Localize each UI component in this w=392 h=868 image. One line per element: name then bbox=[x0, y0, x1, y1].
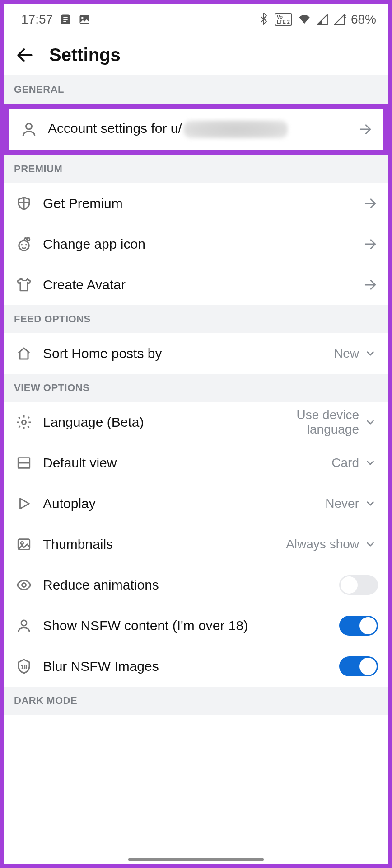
highlighted-account-row: Account settings for u/ bbox=[4, 104, 388, 155]
image-icon bbox=[14, 534, 34, 554]
sort-home-value: New bbox=[334, 346, 359, 361]
autoplay-label: Autoplay bbox=[43, 496, 325, 511]
reduce-animations-toggle[interactable] bbox=[339, 575, 378, 595]
tshirt-icon bbox=[14, 275, 34, 295]
shield-icon bbox=[14, 193, 34, 213]
svg-point-6 bbox=[21, 244, 23, 246]
account-settings-label: Account settings for u/ bbox=[48, 120, 358, 138]
chevron-down-icon bbox=[363, 455, 378, 471]
thumbnails-row[interactable]: Thumbnails Always show bbox=[4, 524, 388, 565]
section-header-premium: PREMIUM bbox=[4, 155, 388, 183]
home-indicator[interactable] bbox=[128, 858, 264, 861]
svg-point-4 bbox=[19, 241, 29, 250]
svg-point-7 bbox=[25, 244, 27, 246]
autoplay-row[interactable]: Autoplay Never bbox=[4, 483, 388, 524]
reduce-animations-row[interactable]: Reduce animations bbox=[4, 565, 388, 605]
person-icon bbox=[19, 119, 39, 139]
blur-nsfw-row[interactable]: 18 Blur NSFW Images bbox=[4, 646, 388, 687]
reduce-animations-label: Reduce animations bbox=[43, 577, 339, 593]
nsfw-row[interactable]: Show NSFW content (I'm over 18) bbox=[4, 605, 388, 646]
bluetooth-icon bbox=[258, 13, 269, 26]
svg-point-8 bbox=[22, 420, 26, 425]
account-settings-row[interactable]: Account settings for u/ bbox=[9, 108, 383, 150]
language-value: Use device language bbox=[251, 408, 359, 437]
arrow-right-icon bbox=[358, 122, 373, 137]
reddit-icon bbox=[14, 234, 34, 254]
gear-icon bbox=[14, 412, 34, 432]
get-premium-label: Get Premium bbox=[43, 196, 363, 211]
app-notification-icon bbox=[59, 13, 72, 26]
signal-2-icon: x bbox=[334, 14, 345, 25]
create-avatar-label: Create Avatar bbox=[43, 277, 363, 292]
language-label: Language (Beta) bbox=[43, 415, 251, 430]
svg-point-14 bbox=[21, 620, 27, 626]
volte-icon: VoLTE 2 bbox=[275, 13, 292, 26]
image-notification-icon bbox=[78, 13, 91, 26]
language-row[interactable]: Language (Beta) Use device language bbox=[4, 402, 388, 443]
svg-point-2 bbox=[81, 17, 84, 19]
svg-point-13 bbox=[22, 583, 26, 587]
play-icon bbox=[14, 494, 34, 514]
get-premium-row[interactable]: Get Premium bbox=[4, 183, 388, 224]
arrow-right-icon bbox=[363, 196, 378, 211]
default-view-value: Card bbox=[331, 456, 359, 470]
change-app-icon-row[interactable]: Change app icon bbox=[4, 224, 388, 264]
person-icon bbox=[14, 616, 34, 636]
default-view-row[interactable]: Default view Card bbox=[4, 443, 388, 483]
autoplay-value: Never bbox=[325, 496, 359, 511]
change-app-icon-label: Change app icon bbox=[43, 236, 363, 252]
home-icon bbox=[14, 344, 34, 363]
svg-text:18: 18 bbox=[20, 664, 28, 670]
chevron-down-icon bbox=[363, 415, 378, 430]
app-bar: Settings bbox=[4, 35, 388, 75]
arrow-right-icon bbox=[363, 236, 378, 252]
wifi-icon bbox=[298, 13, 311, 26]
status-bar: 17:57 VoLTE 2 x 68% bbox=[4, 4, 388, 35]
section-header-dark: DARK MODE bbox=[4, 687, 388, 715]
account-settings-prefix: Account settings for u/ bbox=[48, 121, 182, 136]
back-button[interactable] bbox=[13, 43, 37, 67]
nsfw-label: Show NSFW content (I'm over 18) bbox=[43, 618, 339, 633]
eye-icon bbox=[14, 575, 34, 595]
blur-nsfw-toggle[interactable] bbox=[339, 656, 378, 676]
thumbnails-value: Always show bbox=[286, 537, 359, 552]
eighteen-icon: 18 bbox=[14, 656, 34, 676]
clock-text: 17:57 bbox=[21, 12, 53, 27]
arrow-right-icon bbox=[363, 277, 378, 292]
blur-nsfw-label: Blur NSFW Images bbox=[43, 659, 339, 674]
battery-text: 68% bbox=[351, 12, 376, 27]
section-header-feed: FEED OPTIONS bbox=[4, 305, 388, 333]
svg-point-12 bbox=[21, 542, 23, 544]
redacted-username bbox=[184, 120, 288, 138]
section-header-view: VIEW OPTIONS bbox=[4, 374, 388, 402]
chevron-down-icon bbox=[363, 346, 378, 361]
create-avatar-row[interactable]: Create Avatar bbox=[4, 264, 388, 305]
chevron-down-icon bbox=[363, 537, 378, 552]
svg-point-3 bbox=[26, 123, 32, 129]
sort-home-row[interactable]: Sort Home posts by New bbox=[4, 333, 388, 374]
nsfw-toggle[interactable] bbox=[339, 616, 378, 636]
default-view-label: Default view bbox=[43, 455, 331, 471]
signal-1-icon bbox=[317, 14, 328, 25]
card-view-icon bbox=[14, 453, 34, 473]
page-title: Settings bbox=[49, 45, 121, 65]
sort-home-label: Sort Home posts by bbox=[43, 346, 334, 361]
thumbnails-label: Thumbnails bbox=[43, 537, 286, 552]
chevron-down-icon bbox=[363, 496, 378, 511]
section-header-general: GENERAL bbox=[4, 75, 388, 104]
